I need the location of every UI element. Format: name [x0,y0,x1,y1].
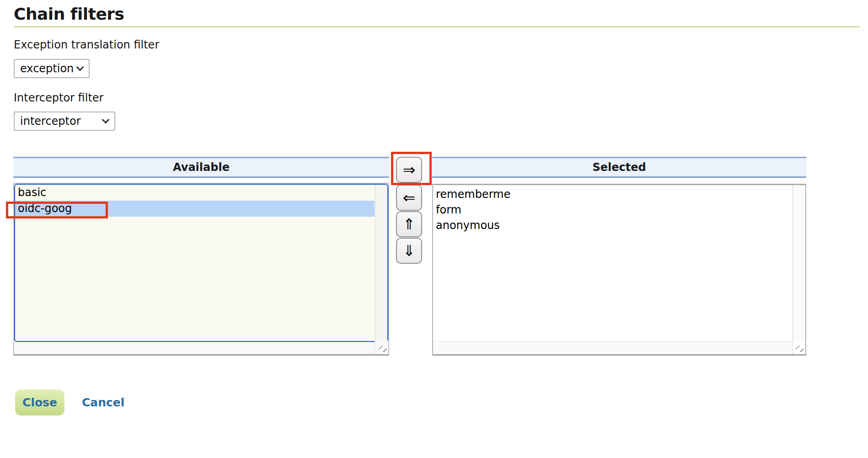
move-down-button[interactable]: ⇓ [396,238,422,264]
cancel-link[interactable]: Cancel [82,396,124,409]
close-button[interactable]: Close [15,389,64,415]
list-item-rememberme[interactable]: rememberme [433,186,792,202]
double-arrow-up-icon: ⇑ [403,215,416,233]
chevron-down-icon [76,63,84,71]
move-right-button[interactable]: ⇒ [396,157,422,183]
double-arrow-right-icon: ⇒ [403,161,416,179]
move-up-button[interactable]: ⇑ [396,211,422,237]
resize-corner[interactable] [792,341,805,354]
list-item-anonymous[interactable]: anonymous [433,218,792,233]
resize-corner[interactable] [375,341,388,354]
move-left-button[interactable]: ⇐ [396,185,422,211]
available-header-label: Available [173,161,230,174]
exception-filter-label: Exception translation filter [14,38,159,51]
selected-panel-header: Selected [432,157,806,178]
double-arrow-left-icon: ⇐ [403,189,416,207]
selected-header-label: Selected [592,161,646,174]
interceptor-filter-select[interactable]: interceptor [14,112,115,131]
available-panel-header: Available [13,157,389,178]
selected-list-container: rememberme form anonymous [432,184,806,356]
chevron-down-icon [102,116,110,123]
resize-grip-icon [796,346,804,352]
list-item-oidc-goog[interactable]: oidc-goog [15,201,375,217]
vertical-scrollbar[interactable] [793,185,805,341]
close-button-label: Close [22,396,57,409]
list-item-form[interactable]: form [433,202,792,218]
vertical-scrollbar[interactable] [375,185,387,341]
available-list-container: basic oidc-goog [13,183,389,356]
title-divider [14,26,860,27]
selected-multiselect[interactable]: rememberme form anonymous [433,185,792,341]
interceptor-filter-label: Interceptor filter [14,91,103,104]
exception-filter-select[interactable]: exception [14,59,90,78]
available-multiselect[interactable]: basic oidc-goog [14,184,388,342]
horizontal-scrollbar[interactable] [433,341,792,354]
page-title: Chain filters [14,5,124,23]
chain-filters-page: Chain filters Exception translation filt… [0,0,868,458]
resize-grip-icon [379,346,386,352]
exception-filter-value: exception [20,62,74,75]
interceptor-filter-value: interceptor [20,115,81,128]
list-item-basic[interactable]: basic [15,185,375,201]
double-arrow-down-icon: ⇓ [403,242,416,260]
